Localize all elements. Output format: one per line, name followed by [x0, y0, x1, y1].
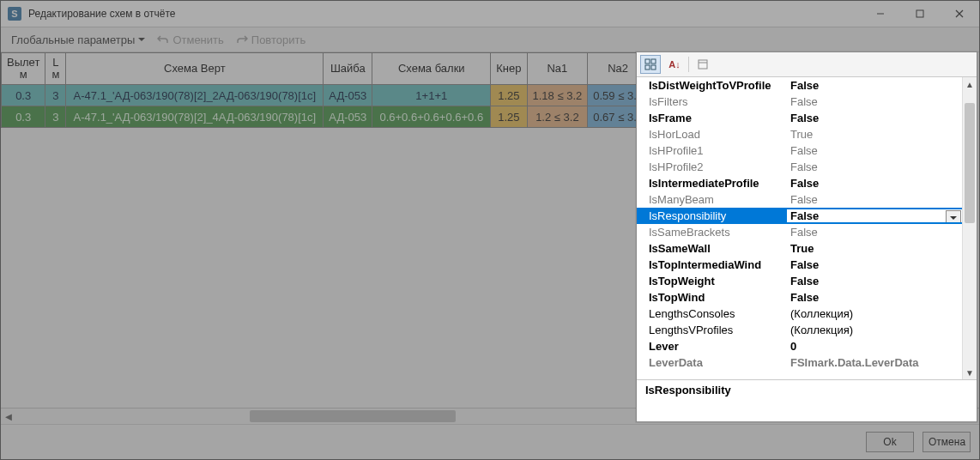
- property-value[interactable]: False: [787, 193, 963, 206]
- cell-vert_scheme[interactable]: А-47.1_'АД-063/190(78)[2]_2АД-063/190(78…: [66, 85, 324, 106]
- property-name: IsHProfile1: [637, 144, 787, 157]
- property-value[interactable]: False: [787, 144, 963, 157]
- cell-kner[interactable]: 1.25: [491, 106, 527, 128]
- scroll-thumb[interactable]: [250, 410, 456, 422]
- property-name: LengthsConsoles: [637, 307, 787, 320]
- property-row[interactable]: IsResponsibilityFalse: [637, 208, 963, 224]
- redo-icon: [236, 33, 248, 45]
- alphabetical-button[interactable]: A↓: [664, 55, 685, 74]
- col-lm[interactable]: L м: [45, 53, 66, 85]
- app-window: S Редактирование схем в отчёте Глобальны…: [0, 0, 980, 460]
- app-icon: S: [8, 7, 21, 21]
- property-value[interactable]: False: [787, 160, 963, 173]
- property-list[interactable]: IsDistWeightToVProfileFalseIsFiltersFals…: [637, 77, 963, 379]
- property-row[interactable]: IsTopWeightFalse: [637, 273, 963, 289]
- property-name: IsTopWind: [637, 291, 787, 304]
- property-row[interactable]: IsManyBeamFalse: [637, 191, 963, 208]
- property-name: IsSameBrackets: [637, 226, 787, 239]
- cell-vylet[interactable]: 0.3: [2, 106, 45, 128]
- cell-vylet[interactable]: 0.3: [2, 85, 45, 106]
- property-row[interactable]: IsTopIntermediaWindFalse: [637, 257, 963, 273]
- property-row[interactable]: IsDistWeightToVProfileFalse: [637, 77, 963, 94]
- property-row[interactable]: IsHProfile2False: [637, 159, 963, 175]
- property-value[interactable]: False: [787, 177, 963, 190]
- cell-vert_scheme[interactable]: А-47.1_'АД-063/190(78)[2]_4АД-063/190(78…: [66, 106, 324, 128]
- property-name: LeverData: [637, 356, 787, 369]
- global-params-menu[interactable]: Глобальные параметры: [6, 32, 150, 48]
- minimize-button[interactable]: [861, 1, 900, 27]
- property-row[interactable]: Lever0: [637, 338, 963, 354]
- property-pages-button[interactable]: [693, 55, 713, 74]
- col-beam[interactable]: Схема балки: [372, 53, 491, 85]
- cell-beam_scheme[interactable]: 1+1+1: [372, 85, 491, 106]
- property-row[interactable]: IsTopWindFalse: [637, 289, 963, 306]
- cell-na1[interactable]: 1.18 ≤ 3.2: [527, 85, 588, 106]
- property-vertical-scrollbar[interactable]: ▲ ▼: [962, 77, 977, 379]
- cell-kner[interactable]: 1.25: [491, 85, 527, 106]
- col-vert[interactable]: Схема Верт: [66, 53, 324, 85]
- property-row[interactable]: LengthsVProfiles(Коллекция): [637, 322, 963, 338]
- table-row[interactable]: 0.33А-47.1_'АД-063/190(78)[2]_2АД-063/19…: [2, 85, 649, 106]
- cell-shaiba[interactable]: АД-053: [324, 106, 372, 128]
- svg-rect-6: [645, 65, 650, 70]
- schema-grid[interactable]: Вылет м L м Схема Верт Шайба Схема балки…: [1, 52, 649, 128]
- ok-button[interactable]: Ok: [866, 432, 914, 452]
- property-value[interactable]: True: [787, 242, 963, 255]
- property-value[interactable]: False: [787, 226, 963, 239]
- property-name: IsDistWeightToVProfile: [637, 79, 787, 92]
- col-vylet[interactable]: Вылет м: [2, 53, 45, 85]
- scroll-down-arrow[interactable]: ▼: [963, 366, 977, 379]
- property-name: IsHProfile2: [637, 160, 787, 173]
- property-value[interactable]: (Коллекция): [787, 324, 963, 336]
- property-value[interactable]: False: [787, 79, 963, 92]
- scroll-up-arrow[interactable]: ▲: [963, 77, 977, 91]
- close-button[interactable]: [940, 1, 979, 27]
- property-row[interactable]: IsSameWallTrue: [637, 240, 963, 257]
- global-params-label: Глобальные параметры: [11, 33, 135, 46]
- scroll-thumb[interactable]: [965, 103, 975, 223]
- col-kner[interactable]: Кнер: [491, 53, 527, 85]
- property-row[interactable]: IsSameBracketsFalse: [637, 224, 963, 240]
- cell-lm[interactable]: 3: [45, 85, 66, 106]
- property-row[interactable]: IsHProfile1False: [637, 142, 963, 159]
- dropdown-button[interactable]: [946, 210, 961, 222]
- cell-na1[interactable]: 1.2 ≤ 3.2: [527, 106, 588, 128]
- property-value[interactable]: (Коллекция): [787, 307, 963, 320]
- col-na1[interactable]: Na1: [527, 53, 588, 85]
- redo-label: Повторить: [251, 33, 305, 46]
- property-value[interactable]: False: [787, 291, 963, 304]
- redo-button[interactable]: Повторить: [231, 32, 311, 48]
- svg-rect-5: [651, 59, 656, 64]
- property-row[interactable]: IsHorLoadTrue: [637, 126, 963, 142]
- property-value[interactable]: FSImark.Data.LeverData: [787, 356, 963, 369]
- property-row[interactable]: LengthsConsoles(Коллекция): [637, 306, 963, 322]
- property-panel: A↓ IsDistWeightToVProfileFalseIsFiltersF…: [636, 51, 977, 422]
- property-name: IsHorLoad: [637, 128, 787, 141]
- property-value[interactable]: True: [787, 128, 963, 141]
- scroll-left-arrow[interactable]: ◄: [1, 409, 16, 424]
- property-value[interactable]: False: [787, 275, 963, 288]
- property-toolbar: A↓: [637, 52, 977, 77]
- property-value[interactable]: False: [787, 209, 963, 222]
- undo-button[interactable]: Отменить: [152, 32, 228, 48]
- property-name: IsResponsibility: [637, 209, 787, 222]
- col-shaiba[interactable]: Шайба: [324, 53, 372, 85]
- chevron-down-icon: [138, 38, 145, 41]
- property-row[interactable]: IsFiltersFalse: [637, 94, 963, 110]
- cell-beam_scheme[interactable]: 0.6+0.6+0.6+0.6+0.6: [372, 106, 491, 128]
- property-row[interactable]: LeverDataFSImark.Data.LeverData: [637, 354, 963, 371]
- maximize-button[interactable]: [900, 1, 940, 27]
- categorized-button[interactable]: [640, 55, 661, 74]
- cancel-button[interactable]: Отмена: [923, 432, 971, 452]
- cell-shaiba[interactable]: АД-053: [324, 85, 372, 106]
- property-value[interactable]: False: [787, 95, 963, 108]
- property-row[interactable]: IsFrameFalse: [637, 110, 963, 126]
- property-value[interactable]: False: [787, 112, 963, 124]
- property-value[interactable]: False: [787, 258, 963, 271]
- table-row[interactable]: 0.33А-47.1_'АД-063/190(78)[2]_4АД-063/19…: [2, 106, 649, 128]
- svg-rect-4: [645, 59, 650, 64]
- property-value[interactable]: 0: [787, 340, 963, 353]
- property-row[interactable]: IsIntermediateProfileFalse: [637, 175, 963, 191]
- cell-lm[interactable]: 3: [45, 106, 66, 128]
- toolbar: Глобальные параметры Отменить Повторить: [1, 27, 979, 52]
